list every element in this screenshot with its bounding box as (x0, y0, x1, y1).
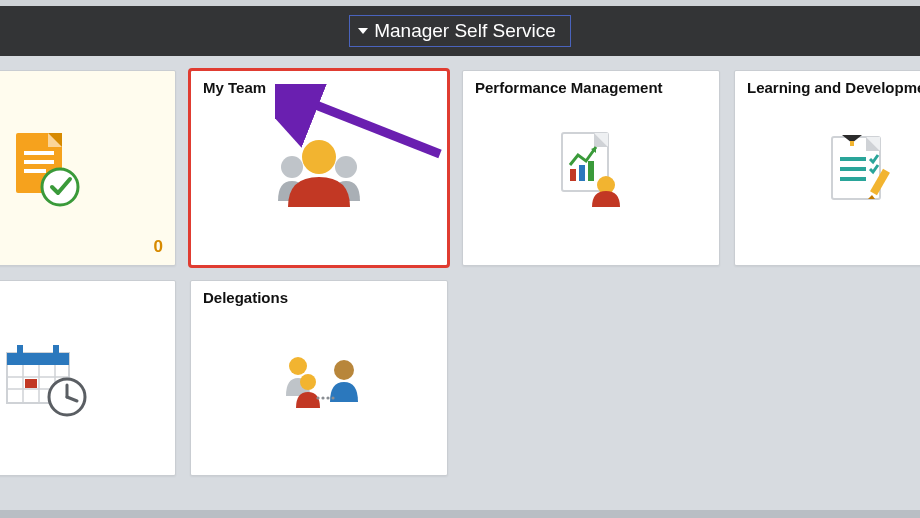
svg-rect-24 (840, 167, 866, 171)
tile-approvals[interactable]: 0 (0, 70, 176, 266)
window-bottom-strip (0, 510, 920, 518)
performance-report-icon (463, 115, 719, 225)
workspace-selector[interactable]: Manager Self Service (349, 15, 571, 47)
svg-point-45 (321, 396, 324, 399)
learning-checklist-icon (735, 115, 920, 225)
svg-point-41 (289, 357, 307, 375)
document-approved-icon (0, 115, 175, 225)
svg-rect-25 (840, 177, 866, 181)
header-bar: Manager Self Service (0, 6, 920, 56)
svg-point-47 (331, 396, 334, 399)
workspace-selector-label: Manager Self Service (374, 20, 556, 42)
tile-title: My Team (203, 79, 266, 96)
tile-delegations[interactable]: Delegations (190, 280, 448, 476)
svg-rect-23 (840, 157, 866, 161)
tile-title: Delegations (203, 289, 288, 306)
svg-rect-29 (7, 353, 69, 365)
svg-rect-31 (53, 345, 59, 359)
tile-performance-management[interactable]: Performance Management (462, 70, 720, 266)
caret-down-icon (358, 28, 368, 34)
svg-point-42 (300, 374, 316, 390)
svg-point-7 (281, 156, 303, 178)
timesheet-calendar-clock-icon (0, 325, 175, 435)
tile-badge-count: 0 (154, 237, 163, 257)
tile-timesheet[interactable]: mesheet (0, 280, 176, 476)
svg-point-8 (335, 156, 357, 178)
svg-point-9 (302, 140, 336, 174)
svg-rect-37 (25, 379, 37, 388)
svg-rect-14 (570, 169, 576, 181)
delegation-people-icon (191, 325, 447, 435)
svg-rect-22 (850, 141, 854, 146)
team-people-icon (191, 115, 447, 225)
tile-title: Performance Management (475, 79, 663, 96)
svg-rect-5 (24, 169, 46, 173)
svg-point-46 (326, 396, 329, 399)
svg-rect-4 (24, 160, 54, 164)
svg-rect-3 (24, 151, 54, 155)
svg-rect-30 (17, 345, 23, 359)
svg-point-44 (316, 396, 319, 399)
svg-point-43 (334, 360, 354, 380)
svg-point-6 (42, 169, 78, 205)
tile-title: Learning and Development (747, 79, 920, 96)
svg-rect-16 (588, 161, 594, 181)
tile-grid: 0 My Team Performance Management (0, 56, 920, 476)
tile-my-team[interactable]: My Team (190, 70, 448, 266)
tile-learning-development[interactable]: Learning and Development (734, 70, 920, 266)
svg-rect-15 (579, 165, 585, 181)
